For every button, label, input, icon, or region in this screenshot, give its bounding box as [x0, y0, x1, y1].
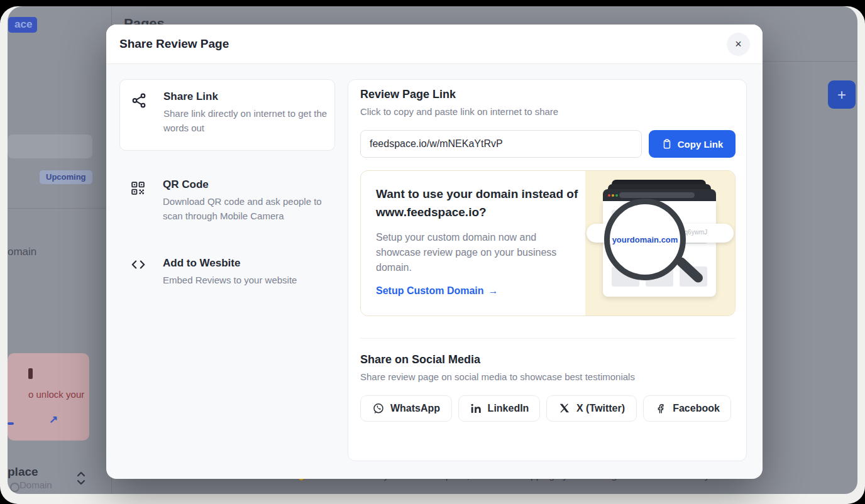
traffic-dot-red	[608, 194, 610, 197]
clipboard-icon	[661, 138, 673, 150]
background-upgrade-title-fragment	[28, 368, 33, 379]
external-link-icon[interactable]: ↗	[49, 413, 58, 426]
review-page-link-subtitle: Click to copy and paste link on internet…	[360, 106, 558, 117]
illustration-browser-header	[603, 189, 716, 201]
feedspace-logo-partial: ace	[8, 17, 37, 33]
modal-header: Share Review Page ×	[106, 25, 763, 64]
tab-description: Download QR code and ask people to scan …	[163, 194, 341, 224]
background-upgrade-card: o unlock your ↗	[8, 353, 89, 441]
background-header-divider	[763, 61, 857, 62]
background-upgrade-text-partial: o unlock your	[28, 389, 84, 400]
custom-domain-text: Want to use your domain instead of www.f…	[361, 171, 585, 315]
linkedin-label: LinkedIn	[488, 403, 529, 414]
workspace-favicon-circle	[10, 483, 19, 492]
custom-domain-card: Want to use your domain instead of www.f…	[360, 170, 736, 316]
tab-title: QR Code	[163, 178, 325, 191]
social-buttons-row: WhatsApp LinkedIn	[360, 395, 731, 422]
x-twitter-button[interactable]: X (Twitter)	[546, 395, 637, 422]
share-link-panel: Review Page Link Click to copy and paste…	[348, 79, 747, 461]
workspace-switcher-chevrons-icon[interactable]	[75, 470, 87, 486]
tab-title: Add to Wesbite	[163, 257, 325, 270]
tab-description: Embed Reviews to your website	[163, 273, 341, 287]
setup-custom-domain-link[interactable]: Setup Custom Domain →	[376, 285, 499, 297]
tab-description: Share link directly on internet to get t…	[163, 106, 328, 136]
modal-title: Share Review Page	[119, 37, 229, 51]
arrow-right-icon: →	[488, 285, 499, 297]
traffic-dot-yellow	[612, 194, 614, 197]
custom-domain-title: Want to use your domain instead of www.f…	[376, 185, 583, 221]
facebook-icon	[654, 402, 667, 415]
qr-code-icon	[130, 180, 146, 197]
yourdomain-label: yourdomain.com	[612, 235, 678, 244]
background-sidebar-pill	[8, 134, 92, 158]
background-sidebar-section-divider	[8, 208, 111, 209]
whatsapp-label: WhatsApp	[390, 403, 440, 414]
background-domain-label-partial: omain	[8, 246, 36, 258]
linkedin-button[interactable]: LinkedIn	[458, 395, 540, 422]
social-media-subtitle: Share review page on social media to sho…	[360, 371, 635, 382]
share-icon	[131, 92, 147, 109]
add-page-button[interactable]: +	[828, 80, 856, 109]
workspace-name-partial: place	[8, 465, 38, 479]
copy-link-button[interactable]: Copy Link	[649, 130, 736, 158]
facebook-button[interactable]: Facebook	[643, 395, 731, 422]
workspace-domain-partial: Domain	[19, 479, 52, 490]
code-icon	[130, 256, 146, 273]
magnifier-lens: yourdomain.com	[604, 199, 686, 280]
linkedin-icon	[470, 402, 482, 415]
upcoming-badge: Upcoming	[40, 170, 92, 184]
whatsapp-icon	[372, 402, 385, 415]
custom-domain-illustration: 4q6ywmJ yourdomain.com	[585, 171, 735, 315]
tab-qr-code[interactable]: QR Code Download QR code and ask people …	[119, 168, 335, 231]
traffic-dot-green	[615, 194, 618, 197]
review-page-link-title: Review Page Link	[360, 88, 456, 101]
social-media-title: Share on Social Media	[360, 353, 480, 366]
close-button[interactable]: ×	[727, 33, 750, 56]
review-link-input[interactable]	[360, 130, 642, 158]
tab-share-link[interactable]: Share Link Share link directly on intern…	[119, 79, 335, 151]
facebook-label: Facebook	[673, 403, 720, 414]
x-twitter-icon	[558, 402, 571, 415]
setup-custom-domain-label: Setup Custom Domain	[376, 285, 484, 297]
screenshot-root: ace Pages + Upcoming omain o unlock your…	[0, 0, 865, 504]
tab-add-to-website[interactable]: Add to Wesbite Embed Reviews to your web…	[119, 246, 335, 290]
tab-title: Share Link	[163, 90, 324, 103]
x-twitter-label: X (Twitter)	[576, 403, 625, 414]
close-icon: ×	[735, 38, 742, 51]
background-upgrade-link-fragment	[8, 422, 14, 425]
illustration-dark-urlbar	[619, 192, 695, 198]
custom-domain-description: Setup your custom domain now and showcas…	[376, 230, 565, 275]
share-review-page-modal: Share Review Page × Share Link Share lin…	[106, 25, 763, 479]
section-divider	[360, 338, 736, 339]
copy-link-label: Copy Link	[678, 139, 724, 150]
whatsapp-button[interactable]: WhatsApp	[360, 395, 452, 422]
